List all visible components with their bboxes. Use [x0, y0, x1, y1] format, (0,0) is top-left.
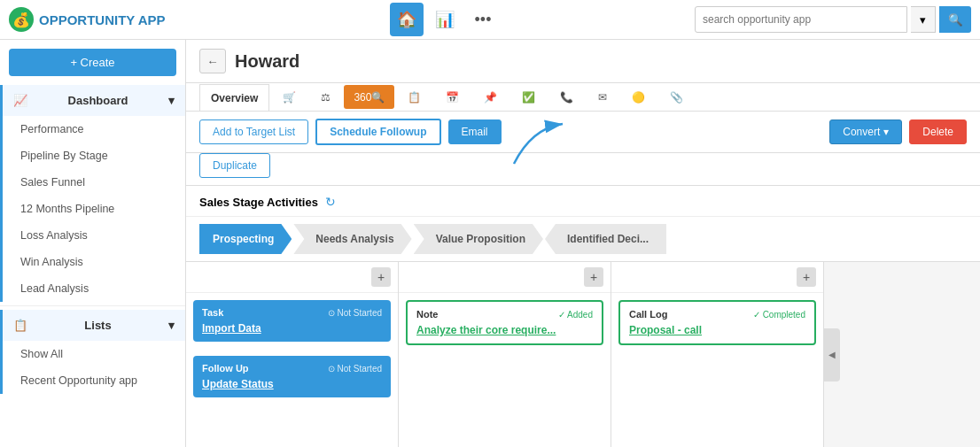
- tab-note[interactable]: 🟡: [620, 83, 657, 111]
- followup-card: Follow Up ⊙ Not Started Update Status: [193, 356, 391, 397]
- search-input[interactable]: [695, 6, 907, 33]
- add-target-list-button[interactable]: Add to Target List: [199, 119, 308, 144]
- lists-section: 📋 Lists ▾ Show All Recent Opportunity ap…: [0, 310, 185, 394]
- note-card-status: ✓ Added: [558, 310, 593, 320]
- tab-cart[interactable]: 🛒: [271, 83, 307, 111]
- dashboard-label: Dashboard: [68, 94, 128, 107]
- followup-card-status: ⊙ Not Started: [328, 364, 382, 374]
- tab-scale[interactable]: ⚖: [309, 83, 342, 111]
- note-card-link[interactable]: Analyze their core require...: [416, 324, 556, 336]
- calllog-card-type: Call Log: [629, 309, 667, 320]
- value-proposition-column: + Call Log ✓ Completed Proposal - call: [611, 262, 824, 447]
- tab-360[interactable]: 360🔍: [344, 85, 394, 109]
- page-header: ← Howard: [186, 40, 980, 83]
- sidebar-item-recent-opportunity[interactable]: Recent Opportunity app: [3, 367, 185, 394]
- sidebar: + Create 📈 Dashboard ▾ Performance Pipel…: [0, 40, 186, 447]
- convert-arrow-icon: ▾: [883, 126, 889, 138]
- dashboard-header[interactable]: 📈 Dashboard ▾: [3, 85, 185, 116]
- duplicate-row: Duplicate: [186, 153, 980, 186]
- activity-area: + Task ⊙ Not Started Import Data Follow …: [186, 262, 980, 447]
- task-card-type: Task: [202, 307, 223, 318]
- stage-needs-analysis[interactable]: Needs Analysis: [293, 224, 411, 254]
- dashboard-icon: 📈: [13, 94, 27, 107]
- dashboard-section: 📈 Dashboard ▾ Performance Pipeline By St…: [0, 85, 185, 302]
- lists-label: Lists: [84, 319, 111, 332]
- tab-check[interactable]: ✅: [510, 83, 547, 111]
- tab-pin[interactable]: 📌: [472, 83, 509, 111]
- chart-nav-button[interactable]: 📊: [428, 3, 462, 36]
- stage-value-proposition[interactable]: Value Proposition: [414, 224, 543, 254]
- sidebar-item-12-months[interactable]: 12 Months Pipeline: [3, 196, 185, 222]
- stage-pipeline: Prospecting Needs Analysis Value Proposi…: [186, 217, 980, 262]
- prospecting-column: + Task ⊙ Not Started Import Data Follow …: [186, 262, 399, 447]
- delete-button[interactable]: Delete: [909, 119, 967, 144]
- duplicate-button[interactable]: Duplicate: [199, 153, 270, 178]
- app-logo-icon: 💰: [9, 7, 34, 32]
- more-nav-button[interactable]: •••: [466, 3, 500, 36]
- sidebar-item-loss-analysis[interactable]: Loss Analysis: [3, 222, 185, 249]
- calllog-card-header: Call Log ✓ Completed: [629, 309, 805, 320]
- action-bar: Add to Target List Schedule Followup Ema…: [186, 112, 980, 153]
- app-name: OPPORTUNITY APP: [39, 12, 166, 27]
- tab-document[interactable]: 📋: [396, 83, 432, 111]
- stage-prospecting[interactable]: Prospecting: [199, 224, 292, 254]
- note-card: Note ✓ Added Analyze their core require.…: [406, 300, 603, 345]
- sidebar-divider: [0, 305, 185, 306]
- tab-phone[interactable]: 📞: [548, 83, 585, 111]
- search-container: ▾ 🔍: [695, 6, 971, 33]
- followup-card-header: Follow Up ⊙ Not Started: [202, 363, 382, 374]
- lists-icon: 📋: [13, 319, 27, 332]
- create-button[interactable]: + Create: [9, 49, 176, 76]
- top-nav: 💰 OPPORTUNITY APP 🏠 📊 ••• ▾ 🔍: [0, 0, 980, 40]
- sidebar-item-pipeline-by-stage[interactable]: Pipeline By Stage: [3, 143, 185, 169]
- tab-attachment[interactable]: 📎: [658, 83, 695, 111]
- sidebar-item-win-analysis[interactable]: Win Analysis: [3, 249, 185, 275]
- search-submit-button[interactable]: 🔍: [939, 6, 971, 33]
- convert-label: Convert: [843, 126, 880, 138]
- value-add-button[interactable]: +: [797, 267, 816, 287]
- task-card-link[interactable]: Import Data: [202, 322, 261, 335]
- prospecting-add-button[interactable]: +: [371, 267, 391, 287]
- chevron-down-icon2: ▾: [168, 319, 175, 332]
- sidebar-item-show-all[interactable]: Show All: [3, 341, 185, 367]
- home-nav-button[interactable]: 🏠: [390, 3, 424, 36]
- sidebar-item-sales-funnel[interactable]: Sales Funnel: [3, 169, 185, 196]
- search-dropdown-button[interactable]: ▾: [911, 6, 936, 33]
- value-col-header: +: [611, 262, 823, 293]
- calllog-card-status: ✓ Completed: [753, 310, 805, 320]
- tab-overview[interactable]: Overview: [199, 84, 269, 112]
- nav-icons: 🏠 📊 •••: [195, 3, 695, 36]
- chevron-down-icon: ▾: [168, 94, 175, 107]
- note-card-header: Note ✓ Added: [416, 309, 593, 320]
- email-button[interactable]: Email: [448, 119, 502, 144]
- tab-calendar[interactable]: 📅: [434, 83, 471, 111]
- calllog-card: Call Log ✓ Completed Proposal - call: [618, 300, 816, 345]
- task-card: Task ⊙ Not Started Import Data: [193, 300, 391, 342]
- followup-card-link[interactable]: Update Status: [202, 378, 274, 390]
- sidebar-collapse-button[interactable]: ◀: [824, 328, 840, 381]
- tab-email[interactable]: ✉: [587, 83, 618, 111]
- tabs-bar: Overview 🛒 ⚖ 360🔍 📋 📅 📌 ✅ 📞 ✉ 🟡 📎: [186, 83, 980, 112]
- needs-add-button[interactable]: +: [584, 267, 603, 287]
- back-button[interactable]: ←: [199, 49, 226, 73]
- followup-card-type: Follow Up: [202, 363, 249, 374]
- task-card-header: Task ⊙ Not Started: [202, 307, 382, 318]
- page-title: Howard: [235, 51, 299, 72]
- convert-button[interactable]: Convert ▾: [829, 119, 902, 144]
- schedule-followup-button[interactable]: Schedule Followup: [315, 119, 440, 145]
- sidebar-item-performance[interactable]: Performance: [3, 116, 185, 143]
- needs-col-header: +: [399, 262, 611, 293]
- sales-stage-title: Sales Stage Activities: [199, 196, 318, 209]
- note-card-type: Note: [416, 309, 438, 320]
- sidebar-item-lead-analysis[interactable]: Lead Analysis: [3, 275, 185, 302]
- needs-analysis-column: + Note ✓ Added Analyze their core requir…: [399, 262, 611, 447]
- main-layout: + Create 📈 Dashboard ▾ Performance Pipel…: [0, 40, 980, 447]
- task-card-status: ⊙ Not Started: [328, 308, 382, 318]
- app-logo: 💰 OPPORTUNITY APP: [9, 7, 195, 32]
- lists-header[interactable]: 📋 Lists ▾: [3, 310, 185, 341]
- calllog-card-link[interactable]: Proposal - call: [629, 324, 702, 336]
- stage-identified-deci[interactable]: Identified Deci...: [545, 224, 666, 254]
- refresh-icon[interactable]: ↻: [325, 195, 336, 209]
- prospecting-col-header: +: [186, 262, 398, 293]
- sales-stage-section: Sales Stage Activities ↻: [186, 186, 980, 217]
